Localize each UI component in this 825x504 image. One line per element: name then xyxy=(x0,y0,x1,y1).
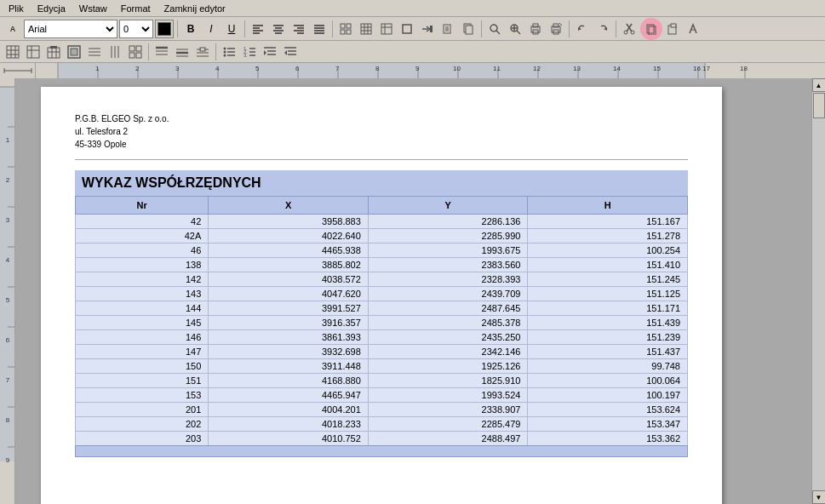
tb2-btn-10[interactable] xyxy=(193,43,212,61)
cell-y: 2342.146 xyxy=(368,345,528,359)
cell-y: 1825.910 xyxy=(368,374,528,388)
tb-btn-6[interactable] xyxy=(357,20,375,38)
tb-btn-9[interactable] xyxy=(418,20,437,38)
svg-text:16: 16 xyxy=(693,65,701,72)
table-row: 1383885.8022383.560151.410 xyxy=(76,258,688,272)
svg-rect-16 xyxy=(341,24,345,28)
table-row: 423958.8832286.136151.167 xyxy=(76,215,688,229)
cell-x: 4047.620 xyxy=(209,287,369,301)
tb-btn-11[interactable] xyxy=(459,20,478,38)
company-name: P.G.B. ELGEO Sp. z o.o. xyxy=(75,112,688,125)
tb2-btn-5[interactable] xyxy=(85,43,104,61)
tb-btn-7[interactable] xyxy=(377,20,396,38)
cell-h: 100.064 xyxy=(528,374,688,388)
align-right-button[interactable] xyxy=(289,20,308,38)
svg-point-101 xyxy=(224,54,226,56)
svg-line-51 xyxy=(559,23,562,26)
svg-rect-20 xyxy=(361,24,371,34)
svg-rect-125 xyxy=(58,63,705,78)
cell-nr: 146 xyxy=(76,330,209,345)
print2-button[interactable] xyxy=(547,20,565,38)
scroll-down-arrow[interactable]: ▼ xyxy=(812,490,826,504)
svg-text:14: 14 xyxy=(613,65,621,72)
table-row: 1453916.3572485.378151.439 xyxy=(76,316,688,330)
tb2-btn-8[interactable] xyxy=(152,43,171,61)
cell-nr: 147 xyxy=(76,345,209,359)
cell-x: 4465.938 xyxy=(209,243,369,258)
cell-h: 151.437 xyxy=(528,345,688,359)
svg-point-57 xyxy=(631,31,634,34)
cell-nr: 42 xyxy=(76,215,209,229)
menu-format[interactable]: Format xyxy=(114,2,158,15)
cell-x: 3958.883 xyxy=(209,215,369,229)
list-ordered-button[interactable]: 1.2.3. xyxy=(240,43,259,61)
tb-btn-10[interactable] xyxy=(438,20,457,38)
italic-button[interactable]: I xyxy=(202,20,221,38)
menu-zamknij[interactable]: Zamknij edytor xyxy=(158,2,232,15)
zoom-button[interactable] xyxy=(485,20,504,38)
scroll-thumb[interactable] xyxy=(813,93,825,118)
svg-line-44 xyxy=(517,31,520,34)
cell-x: 3911.448 xyxy=(209,359,369,374)
bold-button[interactable]: B xyxy=(181,20,200,38)
menu-plik[interactable]: Plik xyxy=(2,2,31,15)
scrollbar-vertical[interactable]: ▲ ▼ xyxy=(811,78,825,504)
svg-text:1: 1 xyxy=(6,136,10,144)
tb2-btn-7[interactable] xyxy=(126,43,145,61)
table-row: 1443991.5272487.645151.171 xyxy=(76,301,688,316)
separator-3 xyxy=(332,20,333,37)
print-button[interactable] xyxy=(526,20,545,38)
cut-button[interactable] xyxy=(620,20,639,38)
align-left-button[interactable] xyxy=(249,20,267,38)
tb-btn-8[interactable] xyxy=(398,20,416,38)
table-row: 1434047.6202439.709151.125 xyxy=(76,287,688,301)
scroll-up-arrow[interactable]: ▲ xyxy=(812,78,826,92)
scroll-track[interactable] xyxy=(812,92,826,490)
svg-rect-63 xyxy=(7,46,19,58)
cell-y: 1925.126 xyxy=(368,359,528,374)
align-center-button[interactable] xyxy=(269,20,288,38)
menu-wstaw[interactable]: Wstaw xyxy=(72,2,114,15)
zoom-in-button[interactable] xyxy=(506,20,524,38)
undo-button[interactable] xyxy=(573,20,592,38)
col-h-header: H xyxy=(528,197,688,215)
ruler-h: 1 2 3 4 5 6 7 8 9 10 11 xyxy=(36,63,825,78)
color-button[interactable] xyxy=(155,20,174,38)
menu-edycja[interactable]: Edycja xyxy=(31,2,72,15)
separator-1 xyxy=(177,20,178,37)
tb2-btn-3[interactable] xyxy=(44,43,63,61)
indent-button[interactable] xyxy=(261,43,279,61)
cell-nr: 202 xyxy=(76,417,209,432)
svg-rect-71 xyxy=(48,48,60,58)
svg-rect-17 xyxy=(347,24,351,28)
paste-button[interactable] xyxy=(664,20,683,38)
tb2-btn-4[interactable] xyxy=(65,43,83,61)
svg-text:7: 7 xyxy=(6,376,10,384)
scroll-area: P.G.B. ELGEO Sp. z o.o. ul. Telesfora 2 … xyxy=(15,78,811,504)
col-nr-header: Nr xyxy=(76,197,209,215)
size-select[interactable]: 0 8 10 12 xyxy=(119,20,153,38)
font-select[interactable]: Arial xyxy=(24,20,117,38)
outdent-button[interactable] xyxy=(281,43,300,61)
cell-x: 4010.752 xyxy=(209,432,369,446)
svg-marker-114 xyxy=(264,50,266,55)
cell-x: 3991.527 xyxy=(209,301,369,316)
svg-point-100 xyxy=(224,50,226,53)
tb2-btn-9[interactable] xyxy=(173,43,192,61)
table-row: 1534465.9471993.524100.197 xyxy=(76,388,688,403)
color-swatch xyxy=(158,22,171,36)
cell-x: 3916.357 xyxy=(209,316,369,330)
svg-text:15: 15 xyxy=(653,65,661,72)
tb2-btn-2[interactable] xyxy=(24,43,43,61)
redo-button[interactable] xyxy=(593,20,612,38)
svg-rect-32 xyxy=(430,26,433,32)
format-button[interactable] xyxy=(685,20,703,38)
underline-button[interactable]: U xyxy=(222,20,241,38)
list-unordered-button[interactable] xyxy=(220,43,238,61)
tb-btn-5[interactable] xyxy=(336,20,355,38)
tb2-btn-6[interactable] xyxy=(106,43,124,61)
tb2-btn-1[interactable] xyxy=(3,43,22,61)
align-justify-button[interactable] xyxy=(310,20,329,38)
copy-button[interactable] xyxy=(640,18,662,40)
cell-nr: 153 xyxy=(76,388,209,403)
